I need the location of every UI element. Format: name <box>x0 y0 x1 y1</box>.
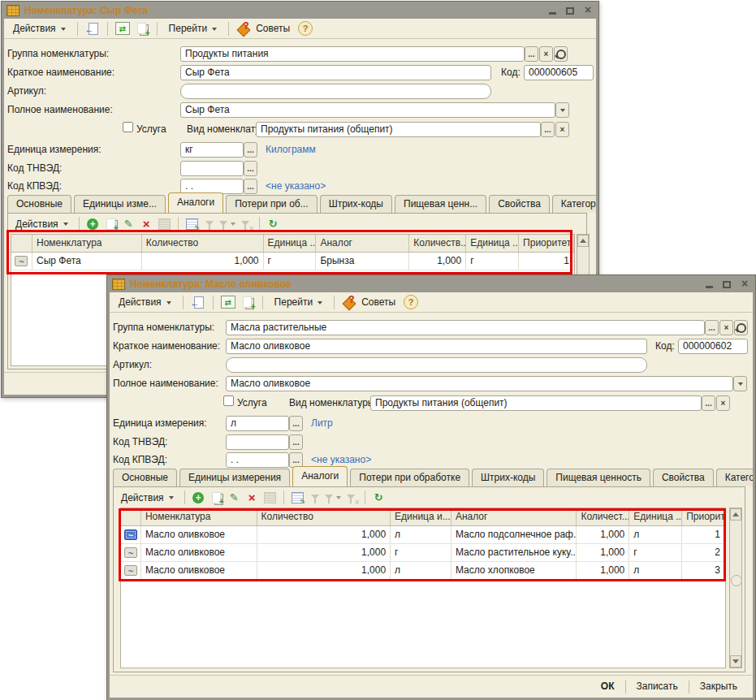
unit-input[interactable]: кг <box>180 142 244 158</box>
goto-menu-button[interactable]: Перейти <box>164 20 222 37</box>
actions-menu-button[interactable]: Действия <box>114 294 176 310</box>
group-search-button[interactable] <box>554 46 568 62</box>
tab-units[interactable]: Единицы измерения <box>179 469 290 486</box>
group-select-button[interactable]: ... <box>705 320 719 335</box>
cell-nomenclature[interactable]: Сыр Фета <box>32 253 142 270</box>
cell-quantity[interactable]: 1,000 <box>257 544 391 561</box>
cell-unit[interactable]: л <box>391 562 451 579</box>
service-checkbox[interactable] <box>223 395 234 406</box>
titlebar[interactable]: Номенклатура: Сыр Фета × <box>2 2 598 19</box>
filter-history-button[interactable] <box>220 216 235 231</box>
cell-priority[interactable]: 3 <box>682 562 725 579</box>
unit-select-button[interactable]: ... <box>289 416 303 431</box>
cell-quantity2[interactable]: 1,000 <box>409 253 466 270</box>
minimize-button[interactable] <box>703 279 715 289</box>
column-header-priority[interactable]: Приоритет <box>682 508 725 525</box>
scroll-up-button[interactable] <box>577 235 589 247</box>
cell-analog[interactable]: Масло подсолнечное раф... <box>451 526 577 543</box>
refresh-button[interactable]: ↻ <box>371 490 387 505</box>
help-button[interactable]: ? <box>298 21 313 36</box>
cell-unit2[interactable]: л <box>629 526 682 543</box>
cell-quantity2[interactable]: 1,000 <box>577 526 629 543</box>
scroll-down-button[interactable] <box>730 655 741 668</box>
close-button[interactable]: × <box>739 279 750 289</box>
cell-quantity[interactable]: 1,000 <box>257 526 391 543</box>
group-input[interactable]: Продукты питания <box>180 46 525 62</box>
cell-nomenclature[interactable]: Масло оливковое <box>141 544 257 561</box>
cell-priority[interactable]: 2 <box>682 544 725 561</box>
end-edit-button[interactable] <box>157 216 172 231</box>
copy-new-button[interactable]: + <box>134 20 150 37</box>
clear-filter-button[interactable]: × <box>343 490 359 505</box>
tab-categories[interactable]: Категории <box>716 469 753 486</box>
tab-losses[interactable]: Потери при об... <box>226 195 318 213</box>
actions-menu-button[interactable]: Действия <box>8 20 71 37</box>
titlebar[interactable]: Номенклатура: Масло оливковое × <box>107 275 755 292</box>
cell-analog[interactable]: Масло хлопковое <box>451 562 577 579</box>
kind-select-button[interactable]: ... <box>541 122 555 137</box>
analog-row[interactable]: ~ Сыр Фета 1,000 г Брынза 1,000 г 1 <box>11 253 574 270</box>
kind-select-button[interactable]: ... <box>702 395 715 411</box>
cell-unit[interactable]: л <box>391 526 451 543</box>
tab-analogs[interactable]: Аналоги <box>168 192 223 213</box>
article-input[interactable] <box>226 357 647 373</box>
add-row-button[interactable]: + <box>191 490 206 505</box>
filter-history-button[interactable] <box>326 490 341 505</box>
row-icon-cell[interactable]: ~ <box>121 544 141 561</box>
column-header-analog[interactable]: Аналог <box>316 235 409 252</box>
column-header-unit2[interactable]: Единица ... <box>629 508 682 525</box>
cell-analog[interactable]: Масло растительное куку... <box>451 544 577 561</box>
row-icon-cell[interactable]: ~ <box>121 562 141 579</box>
grid-actions-menu-button[interactable]: Действия <box>11 216 73 232</box>
close-window-button[interactable]: Закрыть <box>691 676 746 697</box>
column-header-unit2[interactable]: Единица ... <box>466 235 519 252</box>
scroll-thumb[interactable] <box>731 575 742 586</box>
tab-barcodes[interactable]: Штрих-коды <box>472 469 544 486</box>
cell-unit2[interactable]: л <box>629 562 682 579</box>
column-header-unit[interactable]: Единица и... <box>391 508 451 525</box>
add-row-button[interactable]: + <box>85 216 101 231</box>
cell-quantity[interactable]: 1,000 <box>142 253 264 270</box>
code-input[interactable]: 000000602 <box>678 339 748 354</box>
unit-input[interactable]: л <box>226 416 289 431</box>
kind-clear-button[interactable]: × <box>716 395 730 411</box>
grid-actions-menu-button[interactable]: Действия <box>116 490 179 506</box>
column-header-analog[interactable]: Аналог <box>451 508 577 525</box>
full-name-dropdown-button[interactable] <box>733 376 747 391</box>
close-button[interactable]: × <box>582 5 594 15</box>
kpved-input[interactable]: . . <box>226 452 289 468</box>
refresh-button[interactable]: ↻ <box>266 216 281 231</box>
tab-barcodes[interactable]: Штрих-коды <box>320 195 392 213</box>
write-button[interactable]: Записать <box>628 676 687 697</box>
tnved-input[interactable] <box>180 161 244 176</box>
short-name-input[interactable]: Сыр Фета <box>180 65 491 80</box>
edit-row-button[interactable]: ✎ <box>227 490 242 505</box>
filter-sort-settings-button[interactable]: ✎ <box>290 490 305 505</box>
cell-analog[interactable]: Брынза <box>316 253 409 270</box>
delete-row-button[interactable]: × <box>244 490 260 505</box>
reread-button[interactable]: ⇄ <box>220 294 236 310</box>
kind-clear-button[interactable]: × <box>555 122 569 137</box>
ok-button[interactable]: ОК <box>592 676 624 697</box>
end-edit-button[interactable] <box>262 490 278 505</box>
cell-unit2[interactable]: г <box>629 544 682 561</box>
tab-losses[interactable]: Потери при обработке <box>350 469 469 486</box>
unit-select-button[interactable]: ... <box>244 142 257 158</box>
column-header-quantity[interactable]: Количество <box>142 235 264 252</box>
tips-button[interactable]: Советы <box>361 294 400 310</box>
cell-quantity2[interactable]: 1,000 <box>577 562 629 579</box>
cell-quantity[interactable]: 1,000 <box>257 562 391 579</box>
full-name-dropdown-button[interactable] <box>555 102 569 118</box>
tab-analogs[interactable]: Аналоги <box>292 466 348 486</box>
column-header-icon[interactable] <box>121 508 141 525</box>
group-select-button[interactable]: ... <box>525 46 538 62</box>
cell-priority[interactable]: 1 <box>519 253 574 270</box>
help-button[interactable]: ? <box>404 295 418 309</box>
copy-new-button[interactable]: + <box>240 294 256 310</box>
copy-row-button[interactable]: + <box>103 216 119 231</box>
column-header-priority[interactable]: Приоритет <box>519 235 574 252</box>
column-header-unit[interactable]: Единица ... <box>264 235 317 252</box>
delete-row-button[interactable]: × <box>139 216 154 231</box>
filter-by-value-button[interactable] <box>308 490 323 505</box>
minimize-button[interactable] <box>546 5 558 15</box>
